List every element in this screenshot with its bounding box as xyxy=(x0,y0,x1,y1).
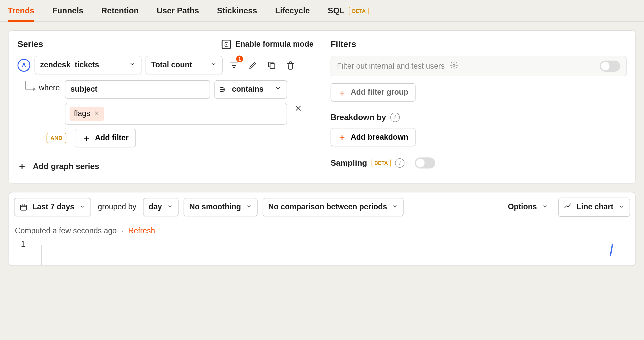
add-filter-group-button[interactable]: ＋ Add filter group xyxy=(331,83,416,102)
tab-label: User Paths xyxy=(156,6,199,15)
breakdown-title: Breakdown by xyxy=(331,113,386,122)
chevron-down-icon xyxy=(392,203,398,212)
filter-icon[interactable]: 1 xyxy=(227,58,242,72)
add-filter-button[interactable]: ＋ Add filter xyxy=(75,129,136,147)
chevron-down-icon xyxy=(618,203,624,212)
smoothing-select[interactable]: No smoothing xyxy=(184,198,258,216)
options-label: Options xyxy=(508,203,537,212)
enable-formula-mode[interactable]: Enable formula mode xyxy=(222,39,313,49)
internal-users-filter[interactable]: Filter out internal and test users xyxy=(331,56,627,76)
filter-placeholder: Filter out internal and test users xyxy=(337,62,445,71)
svg-rect-0 xyxy=(270,64,275,68)
sampling-title: Sampling xyxy=(331,158,367,168)
tab-label: Lifecycle xyxy=(275,6,310,15)
filter-count-badge: 1 xyxy=(236,55,243,62)
add-filter-label: Add filter xyxy=(95,134,128,143)
tab-label: Trends xyxy=(8,6,34,15)
operator-label: contains xyxy=(232,85,264,94)
tab-label: Funnels xyxy=(52,6,83,15)
where-label: where xyxy=(39,80,60,93)
chevron-down-icon xyxy=(246,203,252,212)
add-graph-series[interactable]: ＋ Add graph series xyxy=(17,162,313,171)
add-breakdown-button[interactable]: ＋ Add breakdown xyxy=(331,128,416,146)
interval-label: day xyxy=(149,203,162,212)
chip-remove-icon[interactable] xyxy=(93,109,99,118)
chart-type-select[interactable]: Line chart xyxy=(558,198,630,217)
add-series-label: Add graph series xyxy=(33,162,99,171)
calendar-icon xyxy=(20,203,27,212)
chevron-down-icon xyxy=(129,61,136,70)
info-icon[interactable]: i xyxy=(390,113,400,122)
tab-lifecycle[interactable]: Lifecycle xyxy=(275,6,310,21)
gear-icon[interactable] xyxy=(450,61,458,71)
operator-select[interactable]: ∋ contains xyxy=(215,80,287,99)
svg-point-1 xyxy=(453,64,455,66)
edit-icon[interactable] xyxy=(246,58,260,72)
sampling-toggle[interactable] xyxy=(415,157,435,168)
query-editor: Series Enable formula mode A zendesk_tic… xyxy=(9,30,636,184)
plus-icon: ＋ xyxy=(17,162,27,171)
tab-funnels[interactable]: Funnels xyxy=(52,6,83,21)
interval-select[interactable]: day xyxy=(143,198,179,216)
y-tick: 1 xyxy=(21,240,25,249)
tab-stickiness[interactable]: Stickiness xyxy=(217,6,257,21)
refresh-link[interactable]: Refresh xyxy=(128,227,155,235)
tab-user-paths[interactable]: User Paths xyxy=(156,6,199,21)
plus-icon: ＋ xyxy=(338,133,346,142)
and-pill[interactable]: AND xyxy=(47,133,66,143)
formula-icon xyxy=(222,39,231,49)
options-select[interactable]: Options xyxy=(503,198,553,216)
remove-filter-icon[interactable] xyxy=(294,104,303,115)
elbow-icon xyxy=(25,81,34,90)
chevron-down-icon xyxy=(275,85,281,94)
property-name: subject xyxy=(70,85,97,94)
copy-icon[interactable] xyxy=(264,58,279,72)
chip-label: flags xyxy=(74,109,90,118)
chevron-down-icon xyxy=(210,61,217,70)
chevron-down-icon xyxy=(79,203,85,212)
tab-trends[interactable]: Trends xyxy=(8,6,34,21)
event-name: zendesk_tickets xyxy=(40,61,99,70)
tab-label: Stickiness xyxy=(217,6,257,15)
computed-text: Computed a few seconds ago xyxy=(15,227,117,235)
grouped-by-label: grouped by xyxy=(98,203,136,212)
plus-icon: ＋ xyxy=(338,88,346,97)
comparison-label: No comparison between periods xyxy=(268,203,387,212)
contains-icon: ∋ xyxy=(220,86,225,93)
aggregation-label: Total count xyxy=(151,61,192,70)
date-range-select[interactable]: Last 7 days xyxy=(14,198,91,216)
computed-status: Computed a few seconds ago · Refresh xyxy=(9,222,635,238)
svg-rect-2 xyxy=(21,205,26,210)
beta-badge: BETA xyxy=(371,159,391,167)
info-icon[interactable]: i xyxy=(395,158,404,168)
tab-retention[interactable]: Retention xyxy=(101,6,139,21)
aggregation-select[interactable]: Total count xyxy=(145,56,222,74)
series-title: Series xyxy=(17,39,43,49)
comparison-select[interactable]: No comparison between periods xyxy=(263,198,403,216)
results-panel: Last 7 days grouped by day No smoothing … xyxy=(9,192,636,266)
insight-tabs: Trends Funnels Retention User Paths Stic… xyxy=(0,0,644,22)
series-letter: A xyxy=(17,59,30,71)
filter-value-input[interactable]: flags xyxy=(65,103,287,124)
event-select[interactable]: zendesk_tickets xyxy=(35,56,141,74)
filters-title: Filters xyxy=(331,39,356,49)
tab-label: SQL xyxy=(328,6,344,15)
chart-area: 1 xyxy=(9,238,635,265)
property-select[interactable]: subject xyxy=(65,80,210,99)
add-breakdown-label: Add breakdown xyxy=(351,133,408,142)
tab-sql[interactable]: SQL BETA xyxy=(328,6,369,21)
chart-type-label: Line chart xyxy=(577,203,613,212)
chart-data-mark xyxy=(608,244,613,256)
chevron-down-icon xyxy=(542,203,548,212)
date-range-label: Last 7 days xyxy=(32,203,74,212)
chart-axis xyxy=(41,245,42,265)
chart-gridline xyxy=(35,245,616,245)
smoothing-label: No smoothing xyxy=(189,203,241,212)
plus-icon: ＋ xyxy=(82,134,91,142)
internal-users-toggle[interactable] xyxy=(600,61,620,72)
line-chart-icon xyxy=(564,202,572,212)
delete-icon[interactable] xyxy=(283,58,298,72)
formula-label: Enable formula mode xyxy=(235,40,313,49)
tab-label: Retention xyxy=(101,6,139,15)
add-group-label: Add filter group xyxy=(351,88,408,97)
